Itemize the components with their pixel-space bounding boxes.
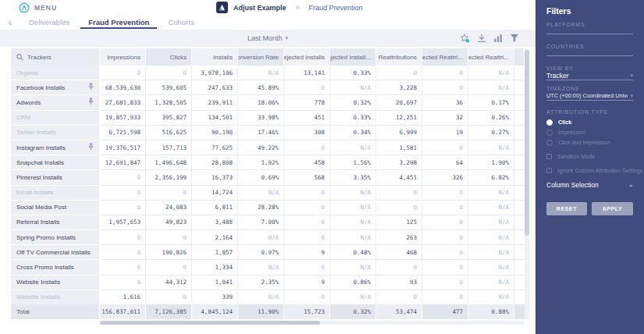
column-header-rejected-installs[interactable]: Rejected Installs bbox=[284, 48, 330, 66]
cell-installs: 28,808 bbox=[192, 155, 238, 170]
radio-indicator bbox=[546, 140, 553, 146]
attribution-option-click[interactable]: Click bbox=[546, 117, 633, 127]
cell-rejected-reattri: 0.17% bbox=[468, 95, 514, 110]
cell-stub bbox=[514, 230, 525, 245]
column-header-rejected-install[interactable]: Rejected Install... bbox=[330, 48, 376, 66]
account-logo bbox=[216, 2, 228, 13]
cell-reattributions: 93 bbox=[376, 275, 422, 290]
cell-clicks: 0 bbox=[146, 66, 192, 80]
tracker-name-label: Adwords bbox=[16, 99, 41, 106]
pin-icon[interactable] bbox=[87, 143, 94, 151]
chevron-down-icon: ▾ bbox=[630, 93, 633, 99]
pin-icon[interactable] bbox=[87, 83, 94, 91]
column-header-rejected-reattri[interactable]: Rejected Reattri... bbox=[468, 48, 514, 66]
attribution-option-impression[interactable]: Impression bbox=[546, 127, 633, 137]
cell-stub bbox=[514, 201, 525, 215]
bar-chart-icon[interactable] bbox=[493, 34, 503, 43]
tracker-name[interactable]: Referral Installs bbox=[11, 215, 100, 230]
cell-impressions: 6,721,598 bbox=[100, 126, 146, 140]
attribution-option-sandbox-mode[interactable]: Sandbox Mode bbox=[546, 151, 633, 162]
column-header-reattributions[interactable]: Reattributions bbox=[376, 48, 422, 66]
column-selection[interactable]: Column Selection ▸ bbox=[546, 181, 633, 189]
cell-rejected-install: 0.33% bbox=[330, 66, 376, 80]
cell-rejected-installs: 0 bbox=[284, 290, 330, 304]
tracker-name[interactable]: Email Installs bbox=[11, 186, 100, 201]
account-name[interactable]: Adjust Example bbox=[233, 4, 286, 12]
tracker-name[interactable]: Twitter Installs bbox=[11, 126, 100, 140]
cell-impressions: 0 bbox=[100, 201, 146, 215]
pin-icon-wrap[interactable] bbox=[87, 83, 94, 92]
cell-clicks: 49,823 bbox=[146, 215, 192, 230]
tracker-name-label: Facebook Installs bbox=[16, 84, 65, 91]
cell-rejected-reattri: N/A bbox=[468, 290, 514, 304]
tab-cohorts[interactable]: Cohorts bbox=[158, 16, 203, 29]
column-header-trackers[interactable]: Trackers bbox=[11, 48, 100, 66]
cell-installs: 14,724 bbox=[192, 186, 238, 201]
tracker-name[interactable]: Website Installs bbox=[11, 275, 100, 290]
reset-button[interactable]: RESET bbox=[546, 202, 587, 215]
column-header-rejected-reattri[interactable]: Rejected Reattri... bbox=[422, 48, 468, 66]
tracker-name[interactable]: Instagram Installs bbox=[11, 140, 100, 155]
tracker-name[interactable]: Organic bbox=[11, 66, 100, 80]
total-clicks: 7,126,385 bbox=[146, 304, 192, 319]
menu-label: MENU bbox=[34, 4, 57, 12]
apply-button[interactable]: APPLY bbox=[592, 202, 633, 215]
column-header-conversion-rate[interactable]: Conversion Rate bbox=[238, 48, 284, 66]
cell-installs: 239,911 bbox=[192, 95, 238, 110]
filter-icon[interactable] bbox=[510, 34, 519, 43]
table-row: Facebook Installs68,539,630539,605247,63… bbox=[11, 80, 525, 95]
tracker-name[interactable]: Social Media Post bbox=[11, 201, 100, 215]
column-header-impressions[interactable]: Impressions bbox=[100, 48, 146, 66]
attribution-option-ignore-custom-attribution-settings[interactable]: Ignore Custom Attribution Settings bbox=[546, 165, 633, 176]
tracker-name[interactable]: Website Installs bbox=[11, 290, 100, 304]
platforms-input[interactable] bbox=[546, 28, 633, 34]
tracker-name[interactable]: Pinterest Installs bbox=[11, 170, 100, 185]
countries-input[interactable] bbox=[546, 50, 633, 56]
date-range-selector[interactable]: Last Month ▾ bbox=[11, 30, 525, 47]
pin-icon-wrap[interactable] bbox=[87, 98, 94, 107]
tab-deliverables[interactable]: Deliverables bbox=[20, 16, 79, 29]
cell-clicks: 0 bbox=[146, 230, 192, 245]
checkbox-indicator bbox=[546, 154, 552, 159]
tracker-name[interactable]: Off TV Commercial Installs bbox=[11, 245, 100, 260]
download-icon[interactable] bbox=[477, 34, 486, 43]
tab-fraud-prevention[interactable]: Fraud Prevention bbox=[79, 16, 158, 29]
cell-rejected-reattri: 0.26% bbox=[468, 111, 514, 126]
cell-stub bbox=[514, 126, 525, 140]
tracker-name[interactable]: Spring Promo Installs bbox=[11, 230, 100, 245]
tracker-name[interactable]: Facebook Installs bbox=[11, 80, 100, 95]
cell-impressions: 0 bbox=[100, 275, 146, 290]
cell-clicks: 2,356,199 bbox=[146, 170, 192, 185]
cell-clicks: 44,312 bbox=[146, 275, 192, 290]
cell-conversion-rate: 0.69% bbox=[238, 170, 284, 185]
cell-stub bbox=[514, 245, 525, 260]
timezone-select[interactable]: UTC (+00:00) Coordinated Universal... ▾ bbox=[546, 91, 633, 101]
back-chevron-icon[interactable]: ‹ bbox=[9, 19, 12, 27]
attribution-option-click-and-impression[interactable]: Click and Impression bbox=[546, 137, 633, 147]
tracker-name[interactable]: Adwords bbox=[11, 95, 100, 110]
table-row: Spring Promo Installs002,164N/A0N/A2630N… bbox=[11, 230, 525, 245]
horizontal-scrollbar-thumb[interactable] bbox=[100, 321, 320, 325]
cell-clicks: 24,083 bbox=[146, 201, 192, 215]
date-range-label: Last Month bbox=[247, 34, 283, 42]
tracker-name[interactable]: CRM bbox=[11, 111, 100, 126]
pin-icon-wrap[interactable] bbox=[87, 143, 94, 152]
cell-rejected-reattri: N/A bbox=[468, 140, 514, 155]
cell-rejected-reattri: 0 bbox=[422, 290, 468, 304]
toolbar-icons bbox=[460, 30, 519, 47]
vertical-scrollbar-thumb[interactable] bbox=[525, 50, 529, 236]
pin-icon[interactable] bbox=[87, 98, 94, 105]
search-icon[interactable] bbox=[16, 54, 23, 61]
view-by-select[interactable]: Tracker ▾ bbox=[546, 71, 633, 80]
cell-impressions: 27,681,833 bbox=[100, 95, 146, 110]
star-settings-icon[interactable] bbox=[460, 34, 470, 43]
tracker-name[interactable]: Cross Promo Installs bbox=[11, 260, 100, 275]
column-header-clicks[interactable]: Clicks bbox=[146, 48, 192, 66]
cell-rejected-reattri: 19 bbox=[422, 126, 468, 140]
cell-installs: 90,190 bbox=[192, 126, 238, 140]
column-header-installs[interactable]: Installs bbox=[192, 48, 238, 66]
chevron-down-icon: ▾ bbox=[630, 73, 633, 79]
menu-button[interactable]: MENU bbox=[19, 2, 57, 13]
tracker-name[interactable]: Snapchat Installs bbox=[11, 155, 100, 170]
cell-clicks: 157,713 bbox=[146, 140, 192, 155]
